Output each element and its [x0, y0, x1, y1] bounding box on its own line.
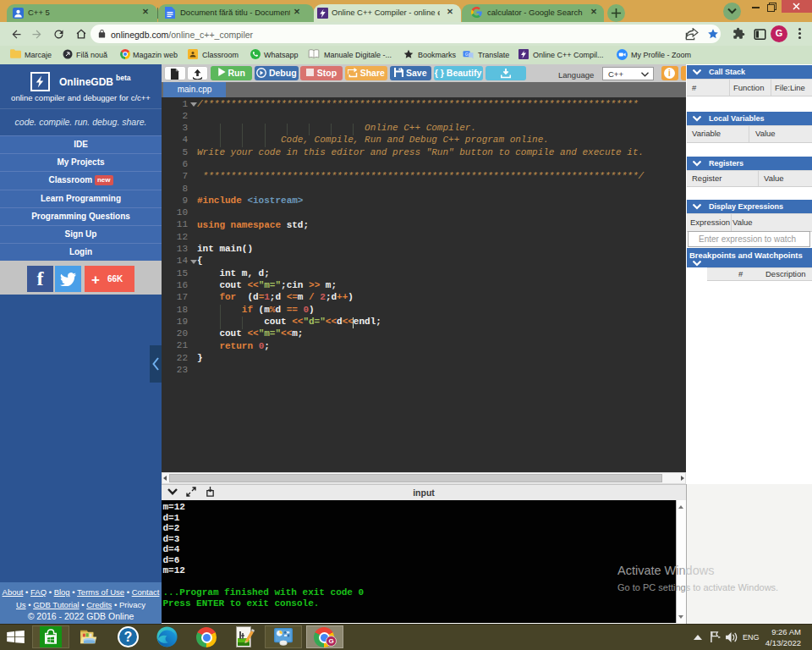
svg-text:G: G	[465, 52, 469, 57]
